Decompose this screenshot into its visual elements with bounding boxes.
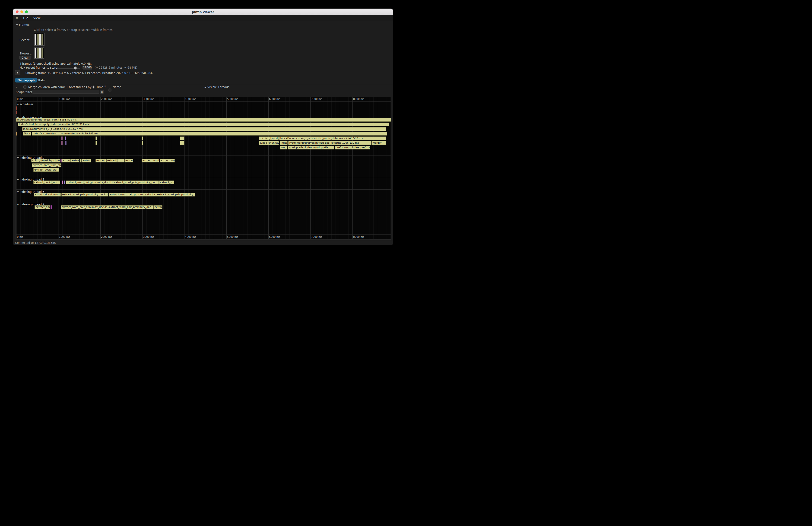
recent-frame-stripe[interactable] xyxy=(37,34,39,45)
scope-bar[interactable]: prefix_word::index_prefix_wo xyxy=(335,146,370,149)
scope-filter-input[interactable] xyxy=(32,90,99,93)
scope-bar[interactable] xyxy=(96,141,97,145)
title-bar: puffin viewer xyxy=(13,9,393,15)
scope-bar[interactable]: receive_typed_ xyxy=(259,136,279,140)
slider-knob[interactable] xyxy=(74,67,77,70)
visible-threads-toggle[interactable]: ▶Visible Threads xyxy=(205,85,229,89)
scope-bar[interactable]: extract_wo xyxy=(159,180,174,184)
recent-frames-thumbnail[interactable] xyxy=(34,33,44,46)
frames-section-header[interactable]: ▼Frames xyxy=(16,23,29,26)
thread-separator xyxy=(16,155,391,156)
scope-bar[interactable] xyxy=(65,136,66,140)
scope-bar[interactable]: IndexDocuments<_, _>::execute_prefix_dat… xyxy=(279,136,386,140)
flamegraph-canvas[interactable]: 0 ms0 ms1000 ms1000 ms2000 ms2000 ms3000… xyxy=(16,97,391,239)
slowest-frame-stripe[interactable] xyxy=(34,48,37,58)
tab-flamegraph[interactable]: Flamegraph xyxy=(15,78,37,83)
scope-bar[interactable] xyxy=(96,136,97,140)
menu-item-view[interactable]: View xyxy=(33,16,41,20)
scope-bar[interactable]: Word xyxy=(280,146,287,149)
scope-bar[interactable]: Trans xyxy=(23,132,31,135)
merge-children-checkbox[interactable] xyxy=(24,86,26,88)
app-window: puffin viewer ✳ File View ▼Frames Click … xyxy=(13,9,393,245)
scope-bar[interactable]: extract_word xyxy=(142,159,159,162)
recent-frames-label: Recent: xyxy=(19,38,30,42)
scope-bar[interactable]: WordPr xyxy=(372,141,386,145)
scope-bar[interactable] xyxy=(62,180,63,184)
scope-bar[interactable]: extract_ xyxy=(96,159,106,162)
scope-bar[interactable]: extract_word_pair_proximity_docids::extr… xyxy=(66,180,159,184)
scope-bar[interactable] xyxy=(50,205,52,209)
close-window-button[interactable] xyxy=(16,11,18,13)
maximize-window-button[interactable] xyxy=(25,11,28,13)
slowest-frame-stripe[interactable] xyxy=(42,48,43,58)
sort-direction-icon[interactable]: ⬇ xyxy=(104,85,106,88)
help-button[interactable]: ? xyxy=(16,85,17,89)
scope-bar[interactable]: IndexDocuments<_, _>::execute 8656.677 m… xyxy=(22,127,386,131)
scope-bar[interactable] xyxy=(142,141,143,145)
max-frames-slider[interactable] xyxy=(57,67,80,70)
scope-bar[interactable]: word_prefix::index_word_prefix xyxy=(288,146,334,149)
window-title: puffin viewer xyxy=(13,10,393,14)
scope-bar[interactable]: split_grenad_by_chun xyxy=(31,159,60,162)
scope-bar[interactable]: extract_ xyxy=(106,159,117,162)
scope-bar[interactable]: extract_docid_wor xyxy=(33,168,59,172)
scope-bar[interactable] xyxy=(117,159,124,162)
recent-frame-stripe[interactable] xyxy=(39,34,41,45)
recent-frame-stripe[interactable] xyxy=(34,34,37,45)
scope-bar[interactable]: extract_word_pair_proximity_docids::extr… xyxy=(109,193,195,196)
scope-bar[interactable]: PrefixWordPairsProximityDocids::execute … xyxy=(288,141,371,145)
menu-item-file[interactable]: File xyxy=(23,16,28,20)
thread-separator xyxy=(16,234,391,235)
scope-bar[interactable]: IndexScheduler>::apply_index_operation 8… xyxy=(18,122,389,126)
scope-bar[interactable] xyxy=(80,159,82,162)
scope-bar[interactable]: extrac xyxy=(154,205,162,209)
scope-filter-clear-button[interactable]: x xyxy=(100,90,104,93)
merge-children-label[interactable]: Merge children with same ID xyxy=(28,85,70,89)
clear-frames-button[interactable]: Clear xyxy=(19,56,31,60)
play-button[interactable]: ▶ xyxy=(15,70,20,75)
tab-stats[interactable]: Stats xyxy=(35,78,47,83)
scope-bar[interactable]: extract xyxy=(125,159,133,162)
scope-bar[interactable]: IndexScheduler>::process_batch 8953.821 … xyxy=(16,118,391,122)
scope-bar[interactable]: extra xyxy=(71,159,79,162)
scope-bar[interactable]: typed_chunk::w xyxy=(259,141,279,145)
scope-bar[interactable] xyxy=(61,141,62,145)
scope-bar[interactable] xyxy=(16,132,17,135)
scope-bar[interactable]: extract_word_pair_proximity_docids::extr… xyxy=(61,205,153,209)
scope-bar[interactable]: extract_docid_word xyxy=(34,193,61,196)
scope-bar[interactable] xyxy=(61,136,62,140)
slowest-frame-stripe[interactable] xyxy=(39,48,41,58)
sort-by-time-label[interactable]: Time xyxy=(97,85,104,89)
max-frames-value[interactable]: 18000 xyxy=(83,65,92,70)
scope-bar[interactable] xyxy=(142,136,143,140)
minimize-window-button[interactable] xyxy=(20,11,23,13)
scope-bar[interactable] xyxy=(66,141,67,145)
scope-bar[interactable] xyxy=(180,136,185,140)
sort-by-name-radio[interactable] xyxy=(108,88,112,91)
scope-bar[interactable]: extrac xyxy=(82,159,91,162)
scope-bar[interactable] xyxy=(60,159,62,162)
sort-by-name-label[interactable]: Name xyxy=(113,85,121,89)
sort-by-time-radio[interactable] xyxy=(92,86,95,88)
menu-bar: ✳ File View xyxy=(13,15,393,21)
recent-frame-stripe[interactable] xyxy=(42,34,43,45)
thread-section-scheduler[interactable]: ▼scheduler xyxy=(17,103,33,106)
ruler-bottom-tick-3000: 3000 ms xyxy=(143,235,154,238)
scope-bar[interactable]: index xyxy=(280,141,288,145)
scope-bar[interactable] xyxy=(16,106,17,110)
slowest-frames-thumbnail[interactable] xyxy=(34,47,44,59)
theme-toggle-icon[interactable]: ✳ xyxy=(16,16,18,20)
scope-bar[interactable]: extract xyxy=(62,159,71,162)
scope-bar[interactable]: extract_word_pair_proximity_docids xyxy=(61,193,108,196)
slowest-frame-stripe[interactable] xyxy=(37,48,39,58)
scope-bar[interactable]: extract_docid_wor xyxy=(33,180,60,184)
scope-bar[interactable] xyxy=(180,141,185,145)
scope-bar[interactable]: extract_doc xyxy=(34,205,50,209)
scope-bar[interactable]: extract::data_from_ob xyxy=(32,163,61,167)
sort-threads-label: Sort threads by: xyxy=(69,85,92,89)
scope-bar[interactable]: IndexDocuments<_, _>::execute_raw 8459.1… xyxy=(32,132,387,135)
scope-bar[interactable] xyxy=(16,111,17,114)
ruler-top-tick-3000: 3000 ms xyxy=(143,98,154,101)
scope-bar[interactable]: extract_wo xyxy=(160,159,175,162)
scope-bar[interactable] xyxy=(64,180,65,184)
